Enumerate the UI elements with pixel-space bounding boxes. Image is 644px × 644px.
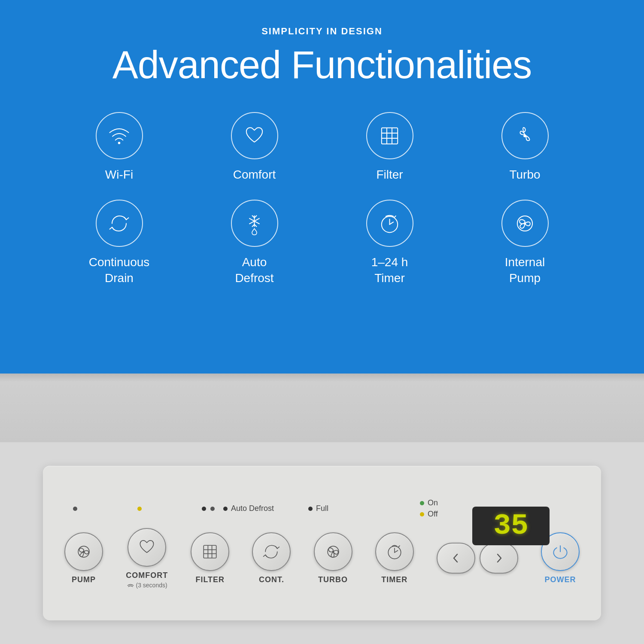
timer-label: 1–24 hTimer [371,255,408,286]
comfort-heart-icon [137,538,157,557]
pump-indicator-dot [73,507,77,511]
filter-grid-icon [378,124,401,148]
cont-refresh-icon [261,542,281,562]
display-unit: 35 [472,507,550,545]
timer-label: TIMER [381,575,407,584]
timer-circle [366,200,413,247]
feature-timer: 1–24 hTimer [335,200,444,286]
auto-defrost-status-label: Auto Defrost [231,504,274,513]
feature-auto-defrost: AutoDefrost [200,200,309,286]
feature-turbo: Turbo [470,112,580,182]
timer-btn-icon [385,542,404,562]
filter-label: FILTER [195,575,225,584]
arrow-left-button[interactable] [437,543,475,574]
svg-point-0 [118,142,121,144]
blue-features-section: SIMPLICITY IN DESIGN Advanced Functional… [0,0,644,374]
internal-pump-icon [513,212,537,235]
control-panel: Auto Defrost Full On Off [43,466,601,620]
off-indicator: Off [420,510,438,519]
turbo-fan-icon [513,124,537,148]
main-title: Advanced Functionalities [112,44,532,86]
feature-wifi: Wi-Fi [64,112,174,182]
continuous-drain-label: ContinuousDrain [89,255,150,286]
timer-button[interactable] [375,532,414,571]
refresh-icon [107,212,131,235]
svg-point-7 [524,135,526,137]
internal-pump-circle [501,200,549,247]
pump-fan-icon [74,542,94,562]
features-grid: Wi-Fi Comfort Filter [64,112,580,286]
filter-indicator-dot [202,507,206,511]
turbo-button[interactable] [314,532,352,571]
pump-label: PUMP [72,575,96,584]
comfort-label: Comfort [233,167,276,182]
comfort-button-group: COMFORT (3 seconds) [126,528,168,589]
wifi-label: Wi-Fi [105,167,133,182]
chevron-left-icon [450,552,462,565]
filter-button-group: FILTER [191,532,229,584]
arrow-button-group [437,543,518,574]
turbo-label: TURBO [318,575,348,584]
turbo-label: Turbo [509,167,540,182]
full-status-label: Full [316,504,328,513]
chevron-right-icon [492,552,505,565]
cont-button[interactable] [252,532,291,571]
turbo-icon [323,542,343,562]
arrow-right-button[interactable] [480,543,518,574]
wifi-circle [96,112,143,159]
wifi-icon [107,124,131,148]
off-label: Off [428,510,438,519]
on-indicator: On [420,498,438,507]
svg-point-19 [83,550,85,553]
heart-icon [243,124,266,148]
power-icon [550,542,570,562]
comfort-label: COMFORT [126,571,168,580]
auto-defrost-indicator: Auto Defrost [223,504,274,513]
comfort-button[interactable] [128,528,166,567]
internal-pump-label: InternalPump [505,255,545,286]
auto-defrost-circle [231,200,278,247]
pump-button-group: PUMP [64,532,103,584]
transition-section [0,374,644,442]
timer-button-group: TIMER [375,532,414,584]
full-indicator: Full [308,504,328,513]
arrow-buttons-container [437,543,518,574]
svg-point-17 [524,222,526,225]
filter-button[interactable] [191,532,229,571]
filter-label: Filter [376,167,403,182]
auto-defrost-label: AutoDefrost [235,255,273,286]
status-row: Auto Defrost Full On Off [60,498,584,519]
timer-icon [378,212,401,235]
power-label: POWER [544,575,576,584]
snowflake-drop-icon [243,212,266,235]
filter-circle [366,112,413,159]
feature-internal-pump: InternalPump [470,200,580,286]
svg-rect-20 [204,545,216,558]
pump-button[interactable] [64,532,103,571]
feature-filter: Filter [335,112,444,182]
comfort-sublabel: (3 seconds) [127,582,167,589]
subtitle: SIMPLICITY IN DESIGN [261,26,383,37]
panel-section: Auto Defrost Full On Off [0,442,644,644]
svg-rect-1 [382,128,398,143]
filter-grid-btn-icon [200,542,220,562]
comfort-circle [231,112,278,159]
cont-button-group: CONT. [252,532,291,584]
cont-label: CONT. [259,575,284,584]
turbo-button-group: TURBO [314,532,352,584]
svg-point-26 [332,550,334,553]
continuous-drain-circle [96,200,143,247]
on-label: On [428,498,438,507]
feature-continuous-drain: ContinuousDrain [64,200,174,286]
turbo-circle [501,112,549,159]
feature-comfort: Comfort [200,112,309,182]
comfort-indicator-dot [137,507,142,511]
display-value: 35 [493,511,529,541]
